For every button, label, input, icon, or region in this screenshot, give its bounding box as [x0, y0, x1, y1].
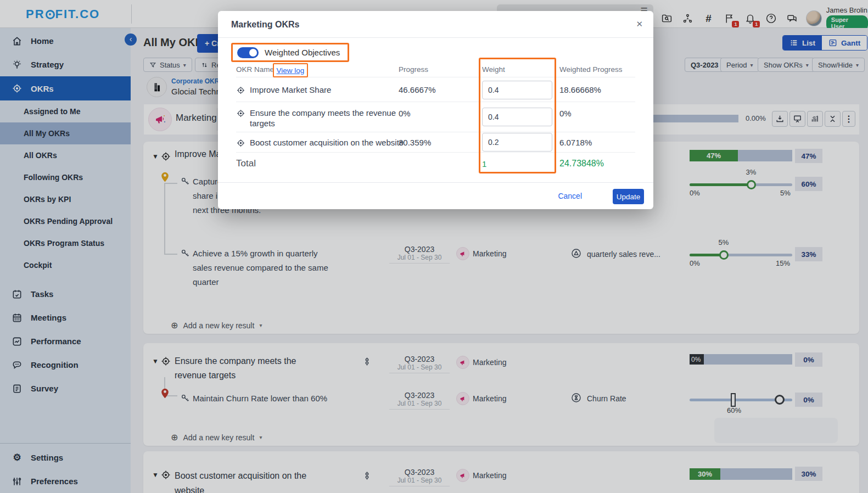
- total-row: Total 1 24.73848%: [236, 153, 635, 182]
- weighted-objectives-toggle[interactable]: [237, 47, 259, 58]
- okr-progress: 0%: [399, 109, 411, 118]
- okr-weighted-progress: 0%: [559, 109, 572, 118]
- modal-title: Marketing OKRs: [231, 20, 299, 30]
- weighted-objectives-highlight: Weighted Objectives: [231, 43, 349, 62]
- total-label: Total: [236, 158, 256, 169]
- total-weighted-progress: 24.73848%: [559, 159, 604, 169]
- okr-name: Improve Market Share: [250, 85, 331, 94]
- objective-target-icon: [236, 109, 245, 118]
- col-okr-name: OKR Name: [236, 65, 274, 74]
- weight-input[interactable]: [482, 108, 552, 126]
- col-weight: Weight: [482, 65, 505, 74]
- total-weight: 1: [482, 159, 486, 169]
- modal-footer: Cancel Update: [218, 182, 653, 209]
- col-progress: Progress: [399, 65, 428, 74]
- update-button[interactable]: Update: [613, 189, 644, 204]
- weight-input[interactable]: [482, 81, 552, 99]
- view-log-link[interactable]: View log: [277, 66, 305, 75]
- okr-progress: 30.359%: [399, 138, 431, 147]
- table-row: Boost customer acquisition on the websit…: [236, 132, 635, 153]
- view-log-highlight: View log: [273, 63, 308, 77]
- objective-target-icon: [236, 138, 245, 148]
- table-row: Ensure the company meets the revenuetarg…: [236, 102, 635, 132]
- weights-table: OKR Name View log Progress Weight Weight…: [236, 65, 635, 182]
- okr-progress: 46.6667%: [399, 85, 436, 94]
- cancel-button[interactable]: Cancel: [558, 192, 582, 200]
- weighted-objectives-modal: Marketing OKRs ✕ Weighted Objectives OKR…: [218, 11, 653, 209]
- objective-target-icon: [236, 86, 245, 95]
- app-root: PRFIT.CO ☰ # 1 1: [0, 0, 868, 493]
- okr-name: Ensure the company meets the revenuetarg…: [250, 108, 396, 128]
- okr-weighted-progress: 18.66668%: [559, 85, 601, 94]
- okr-name: Boost customer acquisition on the websit…: [250, 138, 404, 147]
- okr-weighted-progress: 6.0718%: [559, 138, 592, 147]
- modal-header-divider: [218, 37, 653, 38]
- close-icon[interactable]: ✕: [636, 19, 643, 29]
- weighted-objectives-label: Weighted Objectives: [265, 48, 340, 57]
- table-header-row: OKR Name View log Progress Weight Weight…: [236, 65, 635, 77]
- weight-input[interactable]: [482, 133, 552, 152]
- table-row: Improve Market Share 46.6667% 18.66668%: [236, 77, 635, 102]
- col-weighted-progress: Weighted Progress: [559, 65, 623, 74]
